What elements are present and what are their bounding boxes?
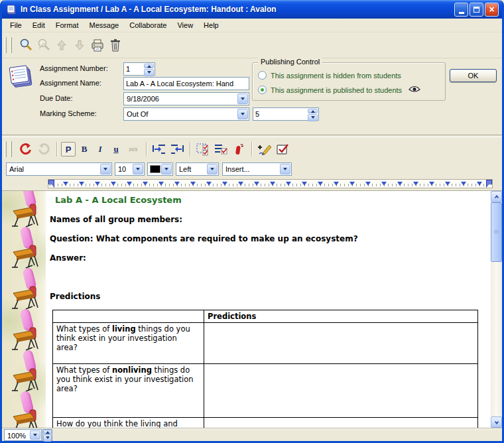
radio-hidden[interactable]	[258, 71, 267, 80]
indent-decrease-button[interactable]	[168, 141, 185, 158]
marking-scheme-combo[interactable]: Out Of	[123, 107, 249, 121]
paragraph-button[interactable]: P	[61, 142, 76, 157]
assignment-name-input[interactable]	[124, 78, 249, 90]
spellcheck-button[interactable]	[274, 141, 290, 158]
menu-format[interactable]: Format	[50, 19, 84, 31]
vertical-scrollbar[interactable]	[491, 191, 502, 428]
font-color-combo[interactable]	[147, 162, 173, 176]
marking-scheme-dropdown-button[interactable]	[237, 109, 248, 119]
font-size-dropdown-button[interactable]	[133, 164, 143, 174]
radio-published-option[interactable]: This assignment is published to students	[258, 86, 420, 94]
tab-stop-marker[interactable]	[286, 182, 291, 188]
tab-stop-marker[interactable]	[461, 182, 466, 188]
alignment-combo[interactable]: Left	[176, 162, 219, 176]
menu-view[interactable]: View	[172, 19, 198, 31]
scroll-up-button[interactable]	[491, 191, 502, 202]
chevron-down-icon	[494, 420, 499, 425]
tab-stop-marker[interactable]	[174, 182, 180, 188]
tab-stop-marker[interactable]	[334, 182, 339, 188]
scroll-down-button[interactable]	[491, 416, 502, 428]
font-color-swatch	[150, 165, 160, 173]
tab-stop-marker[interactable]	[429, 182, 434, 188]
menu-help[interactable]: Help	[198, 19, 224, 31]
print-button[interactable]	[89, 37, 105, 54]
font-size-combo[interactable]: 10	[115, 162, 145, 176]
select-checkboxes-button[interactable]	[194, 141, 211, 158]
assignment-name-field[interactable]	[123, 77, 249, 90]
chevron-down-icon	[164, 168, 168, 172]
title-bar[interactable]: In Class Assignment / Lab A - A Local Ec…	[2, 0, 502, 19]
radio-published[interactable]	[258, 86, 267, 94]
radio-hidden-option[interactable]: This assignment is hidden from students	[258, 71, 401, 80]
tab-stop-marker[interactable]	[254, 182, 259, 188]
toolbar-grip2[interactable]	[10, 37, 12, 53]
tab-stop-marker[interactable]	[302, 182, 307, 188]
close-button[interactable]: ×	[485, 3, 499, 17]
out-of-spinner[interactable]	[308, 109, 318, 119]
bold-button[interactable]: B	[77, 142, 92, 157]
preview-button[interactable]	[17, 37, 34, 54]
menu-message[interactable]: Message	[84, 19, 125, 31]
tab-stop-marker[interactable]	[127, 182, 132, 188]
right-indent-marker[interactable]	[486, 180, 492, 188]
ruler-strip[interactable]	[48, 179, 493, 188]
tab-stop-marker[interactable]	[349, 182, 355, 188]
tab-stop-marker[interactable]	[365, 182, 371, 188]
tab-stop-marker[interactable]	[95, 182, 100, 188]
italic-button[interactable]: I	[93, 142, 107, 157]
answer-cell[interactable]	[204, 364, 478, 418]
due-date-combo[interactable]: 9/18/2006	[123, 92, 249, 105]
scrollbar-thumb[interactable]	[491, 202, 502, 262]
menu-edit[interactable]: Edit	[27, 19, 50, 31]
tab-stop-marker[interactable]	[477, 182, 482, 188]
insert-dropdown-button[interactable]	[280, 164, 290, 174]
indent-increase-button[interactable]	[151, 141, 167, 158]
tab-stop-marker[interactable]	[79, 182, 84, 188]
font-color-dropdown-button[interactable]	[161, 164, 172, 174]
tab-stop-marker[interactable]	[222, 182, 227, 188]
menu-file[interactable]: File	[5, 19, 27, 31]
menu-collaborate[interactable]: Collaborate	[124, 19, 172, 31]
font-family-dropdown-button[interactable]	[100, 164, 111, 174]
assignment-number-field[interactable]	[123, 62, 155, 76]
tab-stop-marker[interactable]	[413, 182, 418, 188]
left-indent-marker[interactable]	[48, 180, 54, 188]
tab-stop-marker[interactable]	[143, 182, 148, 188]
marker-button[interactable]	[230, 141, 247, 158]
document-content[interactable]: Lab A - A Local Ecosystem Names of all g…	[46, 191, 491, 428]
tab-stop-marker[interactable]	[445, 182, 450, 188]
tab-stop-marker[interactable]	[158, 182, 164, 188]
ok-button[interactable]: OK	[450, 69, 497, 82]
toolbar-grip[interactable]	[5, 37, 7, 53]
alignment-dropdown-button[interactable]	[207, 164, 218, 174]
due-date-dropdown-button[interactable]	[237, 94, 248, 104]
out-of-field[interactable]	[253, 107, 319, 121]
answer-cell[interactable]	[204, 323, 478, 364]
tab-stop-marker[interactable]	[397, 182, 403, 188]
add-annotation-button[interactable]	[256, 141, 273, 158]
tab-stop-marker[interactable]	[318, 182, 323, 188]
tab-stop-marker[interactable]	[206, 182, 212, 188]
zoom-dropdown-button[interactable]	[30, 430, 40, 440]
tab-stop-marker[interactable]	[270, 182, 275, 188]
toolbar-grip[interactable]	[5, 141, 7, 157]
tab-stop-marker[interactable]	[111, 182, 116, 188]
delete-button[interactable]	[107, 37, 123, 54]
minimize-button[interactable]	[454, 3, 468, 17]
tab-stop-marker[interactable]	[190, 182, 196, 188]
answer-cell[interactable]	[204, 418, 478, 428]
assignment-number-spinner[interactable]	[144, 64, 154, 74]
tab-stop-marker[interactable]	[63, 182, 68, 188]
insert-combo[interactable]: Insert...	[222, 162, 292, 176]
tab-stop-marker[interactable]	[238, 182, 243, 188]
font-family-combo[interactable]: Arial	[6, 162, 112, 176]
maximize-button[interactable]	[470, 3, 483, 17]
scrollbar-track[interactable]	[491, 202, 502, 416]
tab-stop-marker[interactable]	[381, 182, 387, 188]
underline-button[interactable]: u	[109, 142, 123, 157]
undo-button[interactable]	[17, 141, 34, 158]
toolbar-grip2[interactable]	[10, 141, 12, 157]
zoom-spinner[interactable]	[42, 429, 52, 441]
checklist-button[interactable]	[212, 141, 229, 158]
zoom-level-combo[interactable]: 100%	[4, 429, 42, 441]
